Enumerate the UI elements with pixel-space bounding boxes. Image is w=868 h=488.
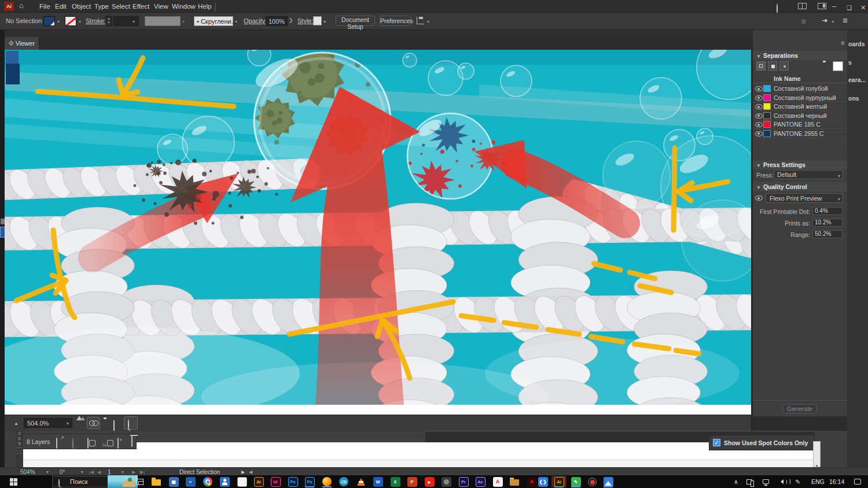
taskbar-icon-contacts[interactable] — [217, 476, 232, 487]
taskbar-icon-excel[interactable]: X — [388, 476, 403, 487]
dock-tab-actions[interactable]: ons — [848, 95, 859, 102]
export-layer-icon[interactable]: ↗ — [56, 438, 57, 449]
home-icon[interactable]: ⌂ — [19, 1, 24, 10]
vertical-scrollbar[interactable]: ▾ — [813, 441, 821, 467]
illustrator-app-icon[interactable]: Ai — [4, 2, 14, 11]
ink-row[interactable]: Составной желтый — [753, 102, 848, 111]
taskbar-icon-photoshop-2[interactable]: Ps — [302, 476, 317, 487]
tools-collapsed-icon[interactable] — [1, 219, 5, 224]
separation-mode-all-icon[interactable] — [756, 61, 766, 71]
paragraph-flow-icon[interactable]: ⇥ — [822, 17, 827, 24]
taskbar-icon-indesign[interactable]: Id — [268, 476, 283, 487]
first-dot-field[interactable]: 0.4% — [812, 207, 843, 215]
taskbar-icon-file-explorer[interactable] — [149, 476, 164, 487]
ink-visibility-icon[interactable] — [755, 86, 763, 91]
stroke-label[interactable]: Stroke: — [86, 17, 106, 24]
opacity-field[interactable]: 100% — [266, 16, 288, 26]
taskbar-icon-illustrator-active[interactable]: Ai — [551, 476, 567, 487]
taskbar-icon-folder[interactable] — [507, 476, 522, 487]
last-artboard-icon[interactable]: ▶| — [140, 469, 145, 475]
taskbar-icon-coreldraw[interactable]: CD — [336, 476, 351, 487]
zoom-tool-icon[interactable] — [124, 416, 138, 430]
close-button[interactable]: ✕ — [860, 1, 866, 14]
menu-view[interactable]: View — [153, 0, 170, 13]
dock-tab-appearance[interactable]: eara... — [848, 76, 866, 83]
taskbar-icon-after-effects[interactable]: Ae — [473, 476, 488, 487]
ink-visibility-icon[interactable] — [755, 113, 763, 119]
dock-tab-layers[interactable]: s — [848, 59, 852, 66]
taskbar-icon-powerpoint[interactable]: P — [404, 476, 420, 487]
preview-visibility-icon[interactable] — [755, 195, 763, 201]
ink-visibility-icon[interactable] — [755, 95, 763, 101]
ink-visibility-icon[interactable] — [755, 131, 763, 136]
press-settings-header[interactable]: ▼Press Settings — [753, 160, 848, 169]
document-setup-button[interactable]: Document Setup — [336, 16, 375, 26]
taskbar-icon-youtube[interactable]: ▶ — [422, 476, 437, 487]
ink-row[interactable]: PANTONE 2955 C — [753, 130, 848, 138]
language-indicator[interactable]: ENG — [811, 475, 825, 488]
delete-layer-icon[interactable] — [131, 437, 133, 447]
taskbar-icon-acrobat[interactable]: A — [490, 476, 505, 487]
opacity-label[interactable]: Opacity: — [244, 17, 267, 24]
pen-icon[interactable]: ✎ — [795, 475, 800, 488]
show-used-spot-colors-checkbox[interactable]: ✓ — [713, 439, 720, 446]
ink-visibility-icon[interactable] — [755, 104, 763, 109]
next-artboard-icon[interactable]: ▶ — [132, 469, 135, 475]
preview-mode-dropdown[interactable]: Flexo Print Preview▾ — [766, 193, 843, 203]
ink-row[interactable]: Составной черный — [753, 112, 848, 120]
phone-link-icon[interactable] — [746, 475, 752, 488]
brush-definition-field[interactable]: • Скруглени... — [194, 16, 233, 26]
ink-row[interactable]: Составной пурпурный — [753, 94, 848, 102]
ink-visibility-icon[interactable] — [755, 122, 763, 127]
menu-object[interactable]: Object — [71, 0, 92, 13]
viewer-zoom-chevron-icon[interactable]: ▾ — [67, 421, 69, 426]
opacity-spinner-icon[interactable]: ❯ — [289, 17, 293, 23]
arrange-documents-icon[interactable] — [798, 3, 807, 9]
taskbar-icon-word[interactable]: W — [370, 476, 385, 487]
range-field[interactable]: 50.2% — [812, 230, 843, 238]
taskbar-icon-utility[interactable] — [439, 476, 454, 487]
taskbar-icon-ebook[interactable]: ❮❯ — [535, 476, 550, 487]
volume-icon[interactable] — [778, 475, 790, 488]
taskbar-icon-photos[interactable] — [601, 476, 616, 487]
dock-tab-artboards[interactable]: oards — [848, 40, 865, 47]
start-button[interactable] — [6, 476, 21, 487]
prev-artboard-icon[interactable]: ◀ — [97, 469, 101, 475]
text-flow-chevron-icon[interactable]: ▾ — [427, 19, 429, 24]
taskbar-icon-notes[interactable]: ✎ — [568, 476, 583, 487]
taskbar-icon-photoshop[interactable]: Ps — [285, 476, 300, 487]
separations-header[interactable]: ▼Separations — [753, 51, 848, 60]
width-profile-chevron-icon[interactable]: ▾ — [182, 19, 185, 24]
taskbar-icon-premiere[interactable]: Pr — [456, 476, 471, 487]
text-flow-icon[interactable] — [417, 17, 424, 24]
network-icon[interactable] — [763, 475, 769, 488]
status-collapse-icon[interactable]: ◀ — [249, 469, 252, 475]
panel-menu-icon[interactable]: ≡ — [841, 39, 844, 46]
control-panel-menu-icon[interactable]: ≣ — [843, 17, 848, 24]
ink-row[interactable]: Составной голубой — [753, 84, 848, 93]
quality-control-header[interactable]: ▼Quality Control — [753, 182, 848, 191]
menu-file[interactable]: File — [38, 0, 52, 13]
press-dropdown[interactable]: Default▾ — [774, 170, 843, 179]
horizontal-scrollbar[interactable] — [23, 460, 814, 467]
overprint-swatch[interactable] — [833, 61, 843, 71]
taskbar-icon-illustrator[interactable]: Ai — [251, 476, 266, 487]
fill-chevron-icon[interactable]: ▾ — [57, 19, 60, 24]
duplicate-layer-icon[interactable] — [87, 438, 89, 449]
width-profile-preview[interactable] — [145, 16, 181, 26]
status-rotation-value[interactable]: 0° — [60, 469, 65, 475]
style-swatch[interactable] — [313, 16, 322, 25]
collapse-toolbar-icon[interactable]: ▲ — [14, 421, 19, 426]
stroke-weight-field[interactable] — [113, 16, 139, 26]
menu-select[interactable]: Select — [111, 0, 131, 13]
prints-as-field[interactable]: 10.2% — [812, 219, 843, 227]
stroke-weight-chevron-icon[interactable]: ▾ — [133, 19, 135, 24]
clock[interactable]: 16:14 — [829, 475, 844, 488]
taskbar-icon-firefox[interactable] — [319, 476, 334, 487]
taskbar-icon-notepad[interactable] — [234, 476, 249, 487]
new-layer-icon[interactable]: + — [117, 438, 119, 449]
current-tool-label[interactable]: Direct Selection — [179, 469, 220, 475]
separation-mode-dot-icon[interactable] — [779, 61, 789, 71]
stroke-chevron-icon[interactable]: ▾ — [79, 19, 81, 24]
generate-button[interactable]: Generate — [783, 404, 816, 413]
